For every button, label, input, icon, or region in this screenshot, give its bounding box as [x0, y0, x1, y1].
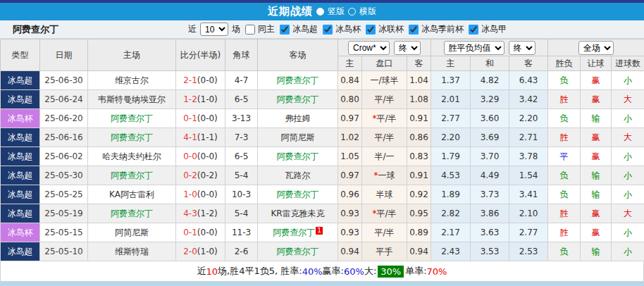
home-odds-cell: 0.96: [338, 185, 362, 204]
league-badge: 冰岛超: [1, 147, 39, 166]
corners-cell: 5-4: [225, 204, 258, 223]
match-count-select[interactable]: 10: [200, 23, 228, 36]
handicap-rate-label: 赢率:: [323, 265, 344, 278]
home-team: 阿费查尔丁: [111, 132, 153, 142]
avg-lose-cell: 2.10: [509, 204, 548, 223]
home-team-cell: 阿费查尔丁: [88, 204, 176, 223]
date-cell: 25-06-20: [40, 109, 88, 128]
avg-lose-cell: 3.41: [509, 185, 548, 204]
avg-type-select[interactable]: 胜平负均值: [444, 41, 504, 55]
same-home-label[interactable]: 同主: [258, 23, 275, 35]
handicap-cell: 半球: [362, 185, 407, 204]
date-cell: 25-06-16: [40, 128, 88, 147]
filter-bar: 阿费查尔丁 近 10 场 同主 冰岛超 冰岛杯 冰联杯 冰岛季前杯 冰岛甲: [0, 20, 644, 39]
league-badge: 冰岛超: [1, 242, 39, 261]
date-cell: 25-05-30: [40, 166, 88, 185]
away-team: 阿简尼斯: [281, 132, 315, 142]
league-badge: 冰岛杯: [1, 109, 39, 128]
odds-final-select[interactable]: 终: [394, 41, 421, 55]
league-cell: 冰岛超: [1, 185, 40, 204]
avg-win-cell: 1.37: [431, 71, 471, 90]
corners-cell: 11-3: [225, 223, 258, 242]
home-team-cell: 维斯特瑞: [88, 242, 176, 261]
league-checkbox-4[interactable]: [469, 25, 478, 35]
avg-lose-cell: 2.71: [509, 128, 548, 147]
away-team: 阿费查尔丁: [277, 75, 319, 85]
avg-win-cell: 2.01: [431, 90, 471, 109]
score-cell: 2-0(1-0): [176, 242, 225, 261]
col-header-away: 客场: [258, 39, 338, 71]
horizontal-layout-label[interactable]: 横版: [359, 6, 376, 18]
home-team: 哈夫纳夫约杜尔: [102, 151, 161, 161]
avg-final-select[interactable]: 终: [509, 41, 535, 55]
result-cell: 平: [548, 147, 581, 166]
goals-cell: 大: [612, 204, 644, 223]
home-team: 阿简尼斯: [115, 228, 149, 237]
away-odds-cell: 0.86: [407, 128, 431, 147]
horizontal-layout-radio[interactable]: [348, 8, 356, 15]
col-header-home: 主场: [88, 39, 176, 71]
away-team-cell: 弗拉姆: [258, 109, 338, 128]
handicap-result-cell: 赢: [581, 128, 612, 147]
corners-cell: 10-3: [225, 185, 258, 204]
vertical-layout-radio[interactable]: [316, 8, 324, 15]
same-home-checkbox[interactable]: [245, 25, 255, 35]
col-header-score: 比分(半场): [176, 39, 225, 71]
handicap-result-cell: 输: [581, 109, 612, 128]
away-odds-cell: 0.92: [407, 185, 431, 204]
table-row: 冰岛超25-05-10维斯特瑞2-0(1-0)2-6阿费查尔丁0.94平手0.9…: [1, 242, 644, 261]
score-cell: 0-1(0-0): [176, 109, 225, 128]
table-row: 冰岛超25-05-25KA阿古雷利1-0(0-0)10-3阿费查尔丁0.96半球…: [1, 185, 644, 204]
score-cell: 0-0(0-0): [176, 147, 225, 166]
handicap-result-cell: 输: [581, 166, 612, 185]
league-label-4[interactable]: 冰岛甲: [481, 23, 507, 35]
home-odds-cell: 0.94: [338, 242, 362, 261]
league-checkbox-1[interactable]: [323, 25, 333, 35]
handicap-cell: 平/半: [362, 223, 407, 242]
league-cell: 冰岛超: [1, 90, 40, 109]
avg-lose-cell: 2.53: [509, 242, 548, 261]
league-checkbox-2[interactable]: [366, 25, 376, 35]
subheader-handicap-result: 让球: [581, 56, 612, 71]
fulltime-select[interactable]: 全场: [578, 41, 614, 55]
handicap-cell: *一球: [362, 166, 407, 185]
away-team: 阿费查尔丁: [277, 189, 319, 199]
score-cell: 4-3(1-2): [176, 204, 225, 223]
table-row: 冰岛杯25-05-15阿简尼斯0-1(0-0)11-3阿费查尔丁10.93平/半…: [1, 223, 644, 242]
away-odds-cell: 0.95: [407, 204, 431, 223]
league-checkbox-0[interactable]: [280, 25, 290, 35]
avg-draw-cell: 3.70: [471, 147, 509, 166]
handicap-result-cell: 赢: [581, 223, 612, 242]
matches-label: 场: [232, 23, 240, 35]
handicap-result-cell: 赢: [581, 147, 612, 166]
handicap-cell: 平/半: [362, 90, 407, 109]
handicap-cell: 半/一: [362, 147, 407, 166]
league-label-2[interactable]: 冰联杯: [378, 23, 404, 35]
team-name: 阿费查尔丁: [13, 23, 58, 36]
odds-group-header: Crow*终: [338, 39, 431, 56]
odds-company-select[interactable]: Crow*: [348, 41, 390, 55]
league-cell: 冰岛超: [1, 242, 40, 261]
result-cell: 负: [548, 71, 581, 90]
away-odds-cell: 0.91: [407, 109, 431, 128]
vertical-layout-label[interactable]: 竖版: [328, 6, 345, 18]
league-label-0[interactable]: 冰岛超: [292, 23, 318, 35]
league-cell: 冰岛超: [1, 166, 40, 185]
avg-draw-cell: 3.69: [471, 128, 509, 147]
filters-group: 近 10 场 同主 冰岛超 冰岛杯 冰联杯 冰岛季前杯 冰岛甲: [188, 23, 507, 36]
handicap-result-cell: 赢: [581, 71, 612, 90]
away-team-cell: 阿费查尔丁: [258, 147, 338, 166]
date-cell: 25-06-02: [40, 147, 88, 166]
league-cell: 冰岛杯: [1, 109, 40, 128]
away-odds-cell: 1.08: [407, 90, 431, 109]
handicap-result-cell: 赢: [581, 204, 612, 223]
subheader-odds-away: 客: [407, 56, 431, 71]
league-checkbox-3[interactable]: [409, 25, 419, 35]
subheader-goals: 进球数: [612, 56, 644, 71]
goals-cell: 小: [612, 109, 644, 128]
away-team-cell: 阿费查尔丁1: [258, 223, 338, 242]
league-label-3[interactable]: 冰岛季前杯: [421, 23, 464, 35]
avg-draw-cell: 3.63: [471, 223, 509, 242]
result-cell: 胜: [548, 128, 581, 147]
league-label-1[interactable]: 冰岛杯: [335, 23, 361, 35]
